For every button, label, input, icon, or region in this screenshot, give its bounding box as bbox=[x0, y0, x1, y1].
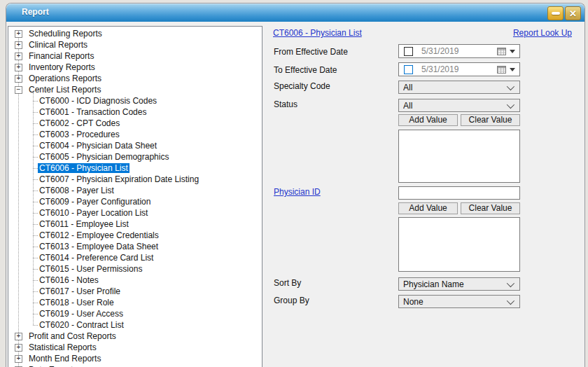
tree-item-label[interactable]: CT6004 - Physician Data Sheet bbox=[38, 141, 158, 151]
physician-id-link[interactable]: Physician ID bbox=[274, 187, 321, 197]
tree-item-label[interactable]: Center List Reports bbox=[27, 85, 102, 95]
physician-clear-value-button[interactable]: Clear Value bbox=[461, 202, 520, 214]
to-effective-date-picker[interactable]: 5/31/2019 bbox=[398, 62, 520, 76]
report-lookup-link[interactable]: Report Look Up bbox=[513, 28, 572, 38]
tree-item-label[interactable]: CT6002 - CPT Codes bbox=[38, 118, 121, 128]
tree-item-label[interactable]: CT6020 - Contract List bbox=[38, 320, 125, 330]
collapse-icon[interactable]: − bbox=[15, 86, 22, 94]
tree-item-label[interactable]: CT6010 - Payer Location List bbox=[38, 208, 149, 218]
tree-item[interactable]: CT6011 - Employee List bbox=[8, 219, 262, 230]
tree-item[interactable]: CT6004 - Physician Data Sheet bbox=[8, 140, 262, 151]
tree-item-label[interactable]: CT6014 - Preference Card List bbox=[38, 253, 155, 263]
tree-item-label[interactable]: CT6017 - User Profile bbox=[38, 286, 122, 296]
physician-id-input[interactable] bbox=[398, 186, 520, 200]
tree-item[interactable]: +Scheduling Reports bbox=[8, 28, 262, 39]
tree-connector bbox=[33, 134, 38, 135]
expand-icon[interactable]: + bbox=[15, 53, 22, 60]
tree-item[interactable]: +Data Exports bbox=[8, 364, 262, 367]
from-date-checkbox[interactable] bbox=[404, 47, 413, 56]
calendar-icon[interactable] bbox=[497, 66, 506, 74]
tree-item[interactable]: +Financial Reports bbox=[8, 50, 262, 62]
tree-item[interactable]: +Operations Reports bbox=[8, 73, 262, 84]
tree-item[interactable]: CT6002 - CPT Codes bbox=[8, 118, 262, 129]
tree-item-label[interactable]: CT6005 - Physician Demographics bbox=[38, 152, 170, 162]
tree-item[interactable]: +Clinical Reports bbox=[8, 39, 262, 50]
tree-item-label[interactable]: CT6013 - Employee Data Sheet bbox=[38, 242, 160, 251]
expand-icon[interactable]: + bbox=[15, 75, 22, 83]
status-add-value-button[interactable]: Add Value bbox=[398, 114, 458, 126]
tree-item[interactable]: CT6000 - ICD Diagnosis Codes bbox=[8, 95, 262, 106]
expand-icon[interactable]: + bbox=[15, 344, 22, 352]
tree-item[interactable]: CT6015 - User Permissions bbox=[8, 263, 262, 275]
close-button[interactable]: ✕ bbox=[565, 6, 581, 20]
tree-item-label[interactable]: Inventory Reports bbox=[27, 62, 97, 72]
calendar-icon[interactable] bbox=[497, 48, 506, 55]
chevron-down-icon bbox=[507, 296, 514, 304]
tree-item-label[interactable]: CT6006 - Physician List bbox=[38, 163, 130, 173]
tree-item[interactable]: CT6009 - Payer Configuration bbox=[8, 196, 262, 207]
tree-item[interactable]: CT6018 - User Role bbox=[8, 297, 262, 308]
physician-values-list[interactable] bbox=[398, 217, 520, 272]
dropdown-arrow-icon[interactable] bbox=[510, 68, 515, 71]
tree-item[interactable]: +Inventory Reports bbox=[8, 62, 262, 73]
tree-connector bbox=[33, 101, 38, 102]
title-bar[interactable]: Report ✕ bbox=[6, 4, 584, 22]
expand-icon[interactable]: + bbox=[15, 30, 22, 38]
tree-item-label[interactable]: Financial Reports bbox=[27, 51, 95, 61]
minimize-button[interactable] bbox=[547, 6, 564, 20]
to-date-checkbox[interactable] bbox=[404, 65, 413, 74]
status-values-list[interactable] bbox=[398, 130, 520, 183]
tree-item-label[interactable]: CT6000 - ICD Diagnosis Codes bbox=[38, 96, 158, 106]
report-tree[interactable]: +Scheduling Reports+Clinical Reports+Fin… bbox=[8, 26, 262, 367]
tree-item[interactable]: CT6013 - Employee Data Sheet bbox=[8, 241, 262, 252]
tree-item[interactable]: −Center List Reports bbox=[8, 84, 262, 95]
status-clear-value-button[interactable]: Clear Value bbox=[461, 114, 520, 126]
tree-item[interactable]: CT6010 - Payer Location List bbox=[8, 207, 262, 219]
tree-item-label[interactable]: Statistical Reports bbox=[27, 342, 98, 352]
tree-item-label[interactable]: CT6001 - Transaction Codes bbox=[38, 107, 148, 117]
tree-item-label[interactable]: CT6008 - Payer List bbox=[38, 186, 115, 195]
specialty-code-select[interactable]: All bbox=[398, 81, 520, 94]
tree-item[interactable]: CT6003 - Procedures bbox=[8, 129, 262, 140]
expand-icon[interactable]: + bbox=[15, 41, 22, 49]
tree-item-label[interactable]: CT6009 - Payer Configuration bbox=[38, 197, 152, 207]
tree-item-label[interactable]: CT6016 - Notes bbox=[38, 275, 100, 285]
group-by-select[interactable]: None bbox=[398, 295, 520, 308]
physician-add-value-button[interactable]: Add Value bbox=[398, 202, 458, 214]
tree-item-label[interactable]: Month End Reports bbox=[27, 354, 102, 363]
tree-item-label[interactable]: Scheduling Reports bbox=[27, 29, 104, 39]
tree-item[interactable]: CT6020 - Contract List bbox=[8, 319, 262, 331]
tree-item[interactable]: CT6007 - Physician Expiration Date Listi… bbox=[8, 174, 262, 185]
tree-item[interactable]: CT6006 - Physician List bbox=[8, 162, 262, 174]
status-select[interactable]: All bbox=[398, 99, 520, 112]
tree-item[interactable]: CT6014 - Preference Card List bbox=[8, 252, 262, 263]
tree-item[interactable]: +Profit and Cost Reports bbox=[8, 331, 262, 342]
tree-item[interactable]: CT6005 - Physician Demographics bbox=[8, 151, 262, 162]
expand-icon[interactable]: + bbox=[15, 355, 22, 363]
tree-item[interactable]: CT6017 - User Profile bbox=[8, 286, 262, 297]
tree-item-label[interactable]: Profit and Cost Reports bbox=[27, 331, 118, 341]
report-title-link[interactable]: CT6006 - Physician List bbox=[273, 28, 362, 38]
expand-icon[interactable]: + bbox=[15, 64, 22, 71]
dropdown-arrow-icon[interactable] bbox=[510, 50, 515, 53]
tree-item-label[interactable]: Operations Reports bbox=[27, 74, 103, 83]
sort-by-select[interactable]: Physician Name bbox=[398, 277, 520, 291]
tree-item[interactable]: +Statistical Reports bbox=[8, 342, 262, 353]
tree-item-label[interactable]: CT6011 - Employee List bbox=[38, 219, 130, 229]
tree-item-label[interactable]: CT6007 - Physician Expiration Date Listi… bbox=[38, 174, 200, 184]
tree-item[interactable]: CT6012 - Employee Credentials bbox=[8, 230, 262, 241]
tree-item-label[interactable]: Clinical Reports bbox=[27, 40, 89, 50]
expand-icon[interactable]: + bbox=[15, 333, 22, 340]
tree-item[interactable]: CT6019 - User Access bbox=[8, 308, 262, 319]
tree-item[interactable]: CT6001 - Transaction Codes bbox=[8, 106, 262, 118]
tree-item[interactable]: +Month End Reports bbox=[8, 353, 262, 364]
tree-item-label[interactable]: CT6003 - Procedures bbox=[38, 130, 121, 139]
tree-item-label[interactable]: CT6019 - User Access bbox=[38, 309, 125, 319]
tree-item[interactable]: CT6016 - Notes bbox=[8, 275, 262, 286]
tree-item-label[interactable]: CT6015 - User Permissions bbox=[38, 264, 144, 274]
tree-connector bbox=[33, 112, 38, 113]
tree-item[interactable]: CT6008 - Payer List bbox=[8, 185, 262, 196]
tree-item-label[interactable]: CT6012 - Employee Credentials bbox=[38, 230, 160, 240]
tree-item-label[interactable]: CT6018 - User Role bbox=[38, 298, 115, 307]
from-effective-date-picker[interactable]: 5/31/2019 bbox=[398, 44, 520, 58]
